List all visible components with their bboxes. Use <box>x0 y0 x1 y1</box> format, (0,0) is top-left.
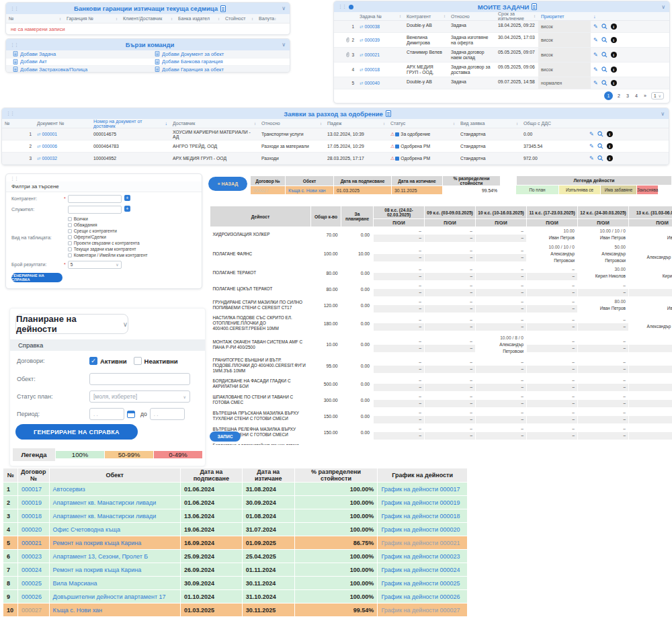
next-page-button[interactable]: » <box>642 93 648 98</box>
search-icon[interactable] <box>601 24 607 30</box>
checkbox[interactable] <box>68 247 72 251</box>
week-cell[interactable]: – – <box>425 265 476 281</box>
search-icon[interactable] <box>601 37 607 43</box>
column-header[interactable]: Документ № <box>34 119 91 128</box>
contract-row[interactable]: 1 000017 Автосервиз 01.06.2024 31.08.202… <box>3 483 468 496</box>
column-header[interactable]: Срок за изпълнение↕ <box>495 12 538 20</box>
activity-schedule-link[interactable]: График на дейности 000021 <box>381 540 460 546</box>
open-record-icon[interactable]: ⇄ <box>360 38 363 43</box>
week-cell[interactable]: – – <box>629 281 672 297</box>
week-cell[interactable]: – – <box>374 424 425 440</box>
task-row[interactable]: 1 ⇄000038 Double-y AB Задача 18.04.2025,… <box>334 21 669 33</box>
sort-icon[interactable]: ↕ <box>534 14 536 18</box>
week-cell[interactable]: – – <box>527 376 578 392</box>
search-icon[interactable] <box>601 67 607 73</box>
week-cell[interactable]: – – <box>374 227 425 243</box>
page-button[interactable]: 1 <box>604 91 613 100</box>
contragent-input[interactable] <box>68 195 122 203</box>
task-row[interactable]: 2 ⇄000039 Венелина Димитрова Задача изго… <box>334 33 669 48</box>
edit-icon[interactable]: ✎ <box>593 67 598 73</box>
week-cell[interactable]: – – <box>629 424 672 440</box>
contract-row[interactable]: 10 000027 Къща с. Нови хан 01.03.2025 30… <box>3 604 468 617</box>
week-cell[interactable]: – – <box>374 408 425 424</box>
column-header[interactable]: Банка издател↕ <box>175 14 222 23</box>
week-cell[interactable]: – – <box>476 392 527 408</box>
activity-schedule-link[interactable]: График на дейности 000018 <box>381 513 460 520</box>
week-cell[interactable]: – – <box>578 424 629 440</box>
week-cell[interactable]: – – <box>629 408 672 424</box>
week-cell[interactable]: – – <box>629 392 672 408</box>
contract-row[interactable]: 5 000021 Ремонт на покрив къща Карина 16… <box>3 536 468 550</box>
column-header[interactable]: Валута↕ <box>256 14 279 23</box>
checkbox-option[interactable]: Срещи с контрагенти <box>68 229 169 234</box>
week-cell[interactable]: – – <box>578 376 629 392</box>
column-header[interactable]: Клиент/Доставчик↕ <box>120 14 175 23</box>
week-cell[interactable]: 10.00 / 8 / 0 Александър Петровски <box>476 333 527 356</box>
sorted-desc-icon[interactable]: ↓ <box>593 14 596 19</box>
panel-status-icon[interactable] <box>349 5 353 9</box>
edit-icon[interactable]: ✎ <box>593 37 598 43</box>
drag-handle-icon[interactable]: ⋮⋮ <box>6 111 14 116</box>
open-record-icon[interactable]: ⇄ <box>360 81 363 86</box>
column-header-sorted[interactable]: Номер на документ от доставчик↓ <box>91 119 170 128</box>
week-cell[interactable]: 90.00 Александър Петровски <box>629 313 672 333</box>
week-cell[interactable]: – – <box>425 297 476 313</box>
open-record-icon[interactable]: ⇄ <box>360 24 363 30</box>
week-cell[interactable]: 30.00 Александър Петровски <box>629 243 672 265</box>
contract-object-link[interactable]: Довършителни дейности апартамент 17 <box>53 593 166 600</box>
command-link-label[interactable]: Добави Банкова гаранция <box>162 58 223 65</box>
contract-object-link[interactable]: Апартамент кв. Манастирски ливади <box>53 513 157 520</box>
week-cell[interactable]: – – <box>476 265 527 281</box>
quick-command-link[interactable]: Добави Банкова гаранция <box>148 58 290 65</box>
week-cell[interactable]: – – <box>374 281 425 297</box>
contract-number-link[interactable]: 000021 <box>22 540 42 546</box>
checkbox-option[interactable]: Проекти свързани с контрагента <box>68 241 169 246</box>
week-cell[interactable]: – – <box>476 281 527 297</box>
sort-icon[interactable]: ↕ <box>254 122 256 126</box>
collapse-icon[interactable]: ∨ <box>661 111 665 117</box>
contract-number-link[interactable]: 000019 <box>22 499 42 506</box>
checkbox[interactable] <box>68 223 72 227</box>
checkbox-option[interactable]: Обаждания <box>68 222 169 228</box>
week-cell[interactable]: – – <box>578 333 629 356</box>
info-icon[interactable]: i <box>611 67 617 73</box>
contract-row[interactable]: 6 000023 Апартамент 13, Сезони, Пролет Б… <box>3 550 468 563</box>
doc-link[interactable]: 000006 <box>42 144 57 149</box>
week-cell[interactable]: – – <box>578 281 629 297</box>
week-cell[interactable]: – – <box>476 356 527 376</box>
quick-command-link[interactable]: Добави Гаранция за обект <box>148 66 290 73</box>
contract-number-link[interactable]: 000025 <box>22 580 42 587</box>
edit-icon[interactable]: ✎ <box>593 24 598 30</box>
column-header[interactable]: ↓ <box>591 12 635 20</box>
drag-handle-icon[interactable]: ⋮⋮ <box>6 174 202 181</box>
week-cell[interactable]: – – <box>374 356 425 376</box>
open-record-icon[interactable]: ⇄ <box>37 156 40 161</box>
checkbox-option[interactable]: Всички <box>68 216 169 222</box>
column-header[interactable]: Общо с ДДС <box>521 119 587 128</box>
week-cell[interactable]: – – <box>425 243 476 265</box>
week-cell[interactable]: – – <box>527 392 578 408</box>
expense-row[interactable]: 2 ⇄000006 0000464783 АНГРО ТРЕЙД, ООД Ра… <box>2 140 669 153</box>
week-cell[interactable]: 10.00 / 10 / 0 Александър Петровски <box>527 243 578 265</box>
save-button[interactable]: ЗАПИС <box>210 431 241 442</box>
column-header[interactable]: Относно <box>448 12 495 20</box>
contract-object-link[interactable]: Апартамент кв. Манастирски ливади <box>53 499 157 506</box>
contract-object-link[interactable]: Автосервиз <box>53 486 85 493</box>
command-link-label[interactable]: Добави Задача <box>20 51 56 57</box>
lookup-icon[interactable]: + <box>124 206 130 212</box>
checkbox[interactable] <box>68 253 72 257</box>
command-link-label[interactable]: Добави Застраховка/Полица <box>20 67 87 73</box>
info-icon[interactable]: i <box>607 131 613 137</box>
drag-handle-icon[interactable]: ⋮⋮ <box>10 6 18 11</box>
page-button[interactable]: 3 <box>625 93 630 98</box>
activity-schedule-link[interactable]: График на дейности 000023 <box>381 553 460 560</box>
task-row[interactable]: 4 ⇄000018 АРХ МЕДИЯ ГРУП - ООД, Задача д… <box>334 63 669 77</box>
contract-number-link[interactable]: 000027 <box>253 188 269 193</box>
week-cell[interactable]: – – <box>425 376 476 392</box>
checkbox-option[interactable]: Текущи задачи към контрагент <box>68 247 169 252</box>
week-cell[interactable]: 80.00 Иван Петров <box>578 297 629 313</box>
checkbox[interactable] <box>68 229 72 233</box>
week-cell[interactable]: – – <box>374 297 425 313</box>
sort-icon[interactable]: ↕ <box>516 122 518 126</box>
open-record-icon[interactable]: ⇄ <box>37 144 40 149</box>
